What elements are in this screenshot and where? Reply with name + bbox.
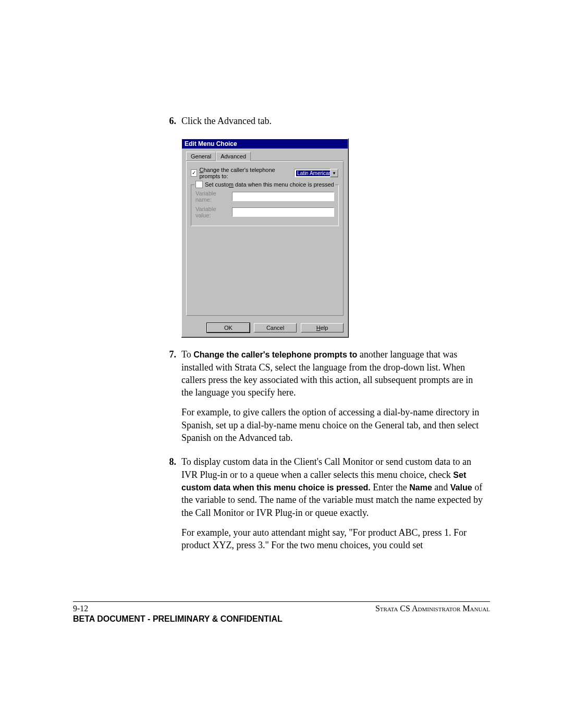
tab-advanced[interactable]: Advanced	[216, 152, 251, 161]
custom-data-group: Set custom data when this menu choice is…	[191, 184, 339, 226]
dialog-body: General Advanced Change the caller's tel…	[182, 149, 348, 320]
step-6-text: Click the Advanced tab.	[181, 115, 485, 127]
step-8: 8. To display custom data in the Client'…	[162, 455, 485, 559]
variable-name-row: Variable name:	[195, 190, 334, 203]
step-7-p2: For example, to give callers the option …	[181, 406, 485, 444]
language-select-value: Latin American S	[296, 170, 330, 176]
variable-name-label: Variable name:	[195, 190, 232, 203]
help-button[interactable]: Help	[301, 323, 344, 332]
dialog-button-row: OK Cancel Help	[182, 320, 348, 337]
change-prompts-label: Change the caller's telephone prompts to…	[199, 167, 292, 179]
ok-button[interactable]: OK	[207, 323, 250, 332]
manual-page: 6. Click the Advanced tab. Edit Menu Cho…	[0, 0, 563, 728]
step-7-p1: To Change the caller's telephone prompts…	[181, 348, 485, 399]
step-number: 8.	[162, 455, 176, 559]
tab-general[interactable]: General	[186, 152, 216, 161]
step-text: To Change the caller's telephone prompts…	[181, 348, 485, 451]
cancel-button[interactable]: Cancel	[254, 323, 297, 332]
step-8-p2: For example, your auto attendant might s…	[181, 526, 485, 552]
custom-data-checkbox[interactable]	[195, 181, 203, 188]
dialog-edit-menu-choice: Edit Menu Choice General Advanced Change…	[181, 139, 349, 338]
step-8-p1: To display custom data in the Client's C…	[181, 455, 485, 519]
change-prompts-checkbox[interactable]	[191, 169, 197, 177]
manual-title: Strata CS Administrator Manual	[375, 604, 490, 613]
tab-strip: General Advanced	[186, 152, 344, 161]
footer-row: 9-12 Strata CS Administrator Manual	[73, 604, 490, 613]
step-number: 7.	[162, 348, 176, 451]
custom-data-label: Set custom data when this menu choice is…	[205, 181, 334, 188]
variable-name-input[interactable]	[232, 192, 334, 201]
dialog-titlebar: Edit Menu Choice	[182, 139, 348, 149]
chevron-down-icon: ▼	[330, 169, 338, 177]
change-prompts-row: Change the caller's telephone prompts to…	[191, 167, 339, 179]
step-number: 6.	[162, 115, 176, 134]
confidential-notice: BETA DOCUMENT - PRELIMINARY & CONFIDENTI…	[73, 614, 490, 624]
step-7: 7. To Change the caller's telephone prom…	[162, 348, 485, 451]
dialog-frame: Edit Menu Choice General Advanced Change…	[181, 139, 348, 337]
variable-value-label: Variable value:	[195, 206, 232, 218]
tab-pane-advanced: Change the caller's telephone prompts to…	[186, 161, 344, 316]
variable-value-row: Variable value:	[195, 206, 334, 218]
page-footer: 9-12 Strata CS Administrator Manual BETA…	[73, 601, 490, 624]
step-text: To display custom data in the Client's C…	[181, 455, 485, 559]
page-number: 9-12	[73, 604, 88, 613]
step-text: Click the Advanced tab.	[181, 115, 485, 134]
variable-value-input[interactable]	[232, 207, 334, 217]
step-6: 6. Click the Advanced tab.	[162, 115, 485, 134]
custom-data-legend: Set custom data when this menu choice is…	[194, 181, 335, 188]
language-select[interactable]: Latin American S ▼	[294, 169, 339, 177]
